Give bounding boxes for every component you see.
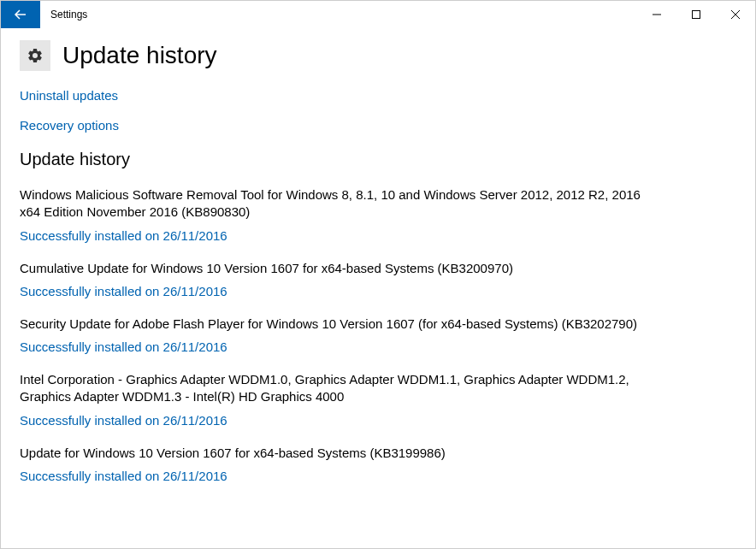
close-icon [731, 10, 740, 19]
update-status-link[interactable]: Successfully installed on 26/11/2016 [20, 284, 736, 298]
uninstall-updates-link[interactable]: Uninstall updates [20, 88, 736, 103]
svg-rect-0 [693, 11, 700, 19]
update-status-link[interactable]: Successfully installed on 26/11/2016 [20, 228, 736, 243]
update-status-link[interactable]: Successfully installed on 26/11/2016 [20, 469, 736, 483]
close-button[interactable] [716, 1, 755, 28]
back-button[interactable] [1, 1, 40, 28]
update-title: Intel Corporation - Graphics Adapter WDD… [20, 371, 653, 406]
update-status-link[interactable]: Successfully installed on 26/11/2016 [20, 413, 736, 428]
recovery-options-link[interactable]: Recovery options [20, 118, 736, 133]
update-item: Security Update for Adobe Flash Player f… [20, 316, 736, 354]
window-title: Settings [40, 1, 637, 28]
window-controls [637, 1, 755, 28]
page-title: Update history [62, 42, 217, 69]
arrow-left-icon [14, 8, 27, 21]
update-item: Cumulative Update for Windows 10 Version… [20, 260, 736, 298]
gear-icon [27, 47, 44, 64]
update-title: Security Update for Adobe Flash Player f… [20, 316, 653, 333]
content-area: Uninstall updates Recovery options Updat… [1, 80, 755, 483]
page-header: Update history [1, 28, 755, 80]
section-heading: Update history [20, 150, 736, 169]
update-item: Update for Windows 10 Version 1607 for x… [20, 445, 736, 483]
minimize-button[interactable] [637, 1, 676, 28]
minimize-icon [653, 10, 661, 19]
maximize-button[interactable] [676, 1, 716, 28]
update-title: Update for Windows 10 Version 1607 for x… [20, 445, 653, 462]
maximize-icon [692, 10, 700, 19]
update-item: Intel Corporation - Graphics Adapter WDD… [20, 371, 736, 428]
update-status-link[interactable]: Successfully installed on 26/11/2016 [20, 339, 736, 354]
settings-icon-box [20, 40, 50, 71]
update-title: Windows Malicious Software Removal Tool … [20, 186, 653, 221]
update-title: Cumulative Update for Windows 10 Version… [20, 260, 653, 277]
titlebar: Settings [1, 1, 755, 28]
update-item: Windows Malicious Software Removal Tool … [20, 186, 736, 243]
